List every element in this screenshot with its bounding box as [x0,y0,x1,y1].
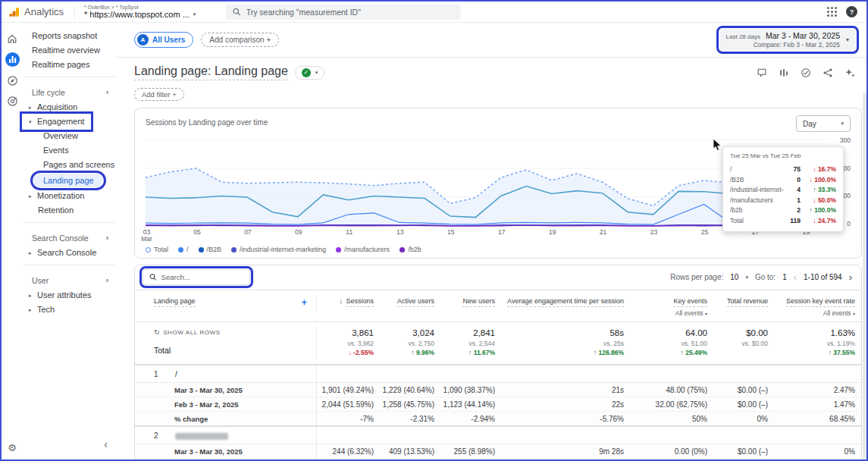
all-users-chip[interactable]: A All Users [134,32,193,48]
x-tick-day: 07 [244,229,251,236]
next-page-icon[interactable]: › [849,271,852,283]
help-icon[interactable]: ? [846,6,857,17]
sidebar-item-search-console[interactable]: Search Console∧ [23,227,115,246]
legend-item-b2b[interactable]: /b2b [400,246,421,253]
column-header-key-events[interactable]: Key eventsAll events ▾ [631,294,715,319]
share-icon[interactable] [823,67,833,78]
account-switcher[interactable]: * OuterBox > * TopSpot * https://www.top… [84,5,196,19]
sidebar-item-overview[interactable]: Overview [23,129,115,143]
top-search-input[interactable] [246,8,455,17]
sidebar-item-engagement[interactable]: ▾Engagement [23,114,90,129]
column-header-average-engagement-time-per-session[interactable]: Average engagement time per session [503,294,631,309]
check-icon: ✓ [302,68,311,77]
tooltip-page-name: /b2b [730,205,784,216]
show-all-rows-button[interactable]: ↻SHOW ALL ROWS [154,328,309,336]
sidebar-item-reports-snapshot[interactable]: Reports snapshot [23,29,115,43]
legend-dot-icon [146,247,151,252]
granularity-value: Day [803,120,816,128]
rows-per-page-value[interactable]: 10 [730,273,738,281]
prev-page-icon[interactable]: ‹ [794,271,797,283]
sidebar-item-search-console[interactable]: ▸Search Console [23,246,115,260]
metric-cell [317,427,381,444]
sidebar-item-realtime-overview[interactable]: Realtime overview [23,43,115,58]
table-row-landing-page[interactable]: 1/ [135,365,861,383]
insights-icon[interactable] [844,67,856,78]
table-search-input[interactable] [161,273,243,281]
analytics-logo-icon[interactable] [9,7,20,17]
sidebar-item-life-cycle[interactable]: Life cycle∧ [23,82,115,100]
metric-selector[interactable]: All events ▾ [631,309,707,317]
metric-cell: 68.45% [776,412,862,426]
table-row-landing-page[interactable]: 2 [135,426,861,444]
legend-item-manufacturers[interactable]: /manufacturers [336,246,390,253]
table-period-row[interactable]: % change-7%-2.31%-2.94%-5.76%50%0%68.45% [135,412,861,426]
date-range-selector[interactable]: Last 28 daysMar 3 - Mar 30, 2025 Compare… [719,29,856,51]
table-period-row[interactable]: Feb 3 - Mar 2, 20252,044 (51.59%)1,258 (… [135,397,861,412]
table-period-row[interactable]: Feb 3 - Mar 2, 2025286 (7.22%)194 (7.05%… [135,459,861,459]
table-period-row[interactable]: Mar 3 - Mar 30, 20251,901 (49.24%)1,229 … [135,383,861,397]
chevron-down-icon[interactable]: ▾ [745,274,748,281]
sort-descending-icon: ↓ [339,297,344,305]
tooltip-change: ↓ 50.0% [801,196,836,206]
chevron-down-icon: ▾ [853,312,855,316]
x-tick-label: 23 [650,229,657,236]
metric-cell: 0% [776,444,862,459]
column-header-new-users[interactable]: New users [442,294,503,309]
admin-gear-icon[interactable]: ⚙ [8,442,17,453]
comparison-bars-icon[interactable] [779,67,789,78]
legend-dot-icon [336,247,341,252]
data-quality-icon[interactable] [801,67,811,78]
top-search[interactable] [226,5,461,20]
sidebar-item-landing-page[interactable]: Landing page [33,174,103,187]
sidebar-item-acquisition[interactable]: ▸Acquisition [23,100,115,114]
sidebar-item-events[interactable]: Events [23,143,115,158]
advertising-icon[interactable] [5,94,19,108]
explore-icon[interactable] [5,74,19,87]
sidebar-item-pages-and-screens[interactable]: Pages and screens [23,158,115,172]
report-status-chip[interactable]: ✓ ▾ [295,66,325,80]
sidebar-item-label: Reports snapshot [32,31,97,40]
sidebar-item-user[interactable]: User∧ [23,270,115,288]
column-header-landing-page[interactable]: Landing page+ [135,294,317,310]
sidebar-item-retention[interactable]: Retention [23,203,115,218]
sidebar-item-tech[interactable]: ▸Tech [23,303,115,317]
scrollbar[interactable] [863,93,866,459]
legend-item-b2b[interactable]: /B2B [199,246,222,253]
legend-dot-icon [231,247,237,252]
x-tick-label: 13 [396,229,403,236]
add-comparison-chip[interactable]: Add comparison + [201,33,279,47]
legend-item-industrial-internet-marketing[interactable]: /industrial-internet-marketing [231,246,326,253]
goto-value[interactable]: 1 [782,273,787,281]
page-title[interactable]: Landing page: Landing page [134,64,288,80]
add-filter-chip[interactable]: Add filter + [134,88,184,101]
granularity-select[interactable]: Day ▾ [796,115,851,132]
sidebar-item-user-attributes[interactable]: ▸User attributes [23,288,115,303]
column-header-wrap: New users [442,296,495,307]
legend-item-[interactable]: / [178,246,189,253]
chart-tooltip: Tue 25 Mar vs Tue 25 Feb /75↓ 16.7%/B2B0… [722,146,844,232]
table-search[interactable] [143,269,250,285]
sidebar-item-label: Realtime overview [32,45,100,55]
apps-grid-icon[interactable] [827,7,837,17]
rows-per-page-label: Rows per page: [670,273,723,281]
home-icon[interactable] [5,32,19,45]
sidebar-item-realtime-pages[interactable]: Realtime pages [23,58,115,72]
metric-selector[interactable]: All events ▾ [776,309,855,317]
table-period-row[interactable]: Mar 3 - Mar 30, 2025244 (6.32%)409 (13.5… [135,444,861,459]
totals-change: ↑ 11.67% [442,349,495,356]
column-header-session-key-event-rate[interactable]: Session key event rateAll events ▾ [776,294,862,319]
sidebar-item-label: Landing page [43,176,94,185]
legend-item-total[interactable]: Total [146,246,168,253]
column-header-sessions[interactable]: ↓ Sessions [317,294,381,309]
x-tick-day: 15 [447,229,454,236]
column-header-active-users[interactable]: Active users [381,294,442,309]
reports-icon[interactable] [5,52,20,67]
chevron-up-icon: ∧ [105,235,109,241]
column-header-wrap: Average engagement time per session [503,296,624,307]
add-dimension-icon[interactable]: + [301,296,307,308]
collapse-nav-icon[interactable]: ‹ [104,438,108,450]
period-label: Feb 3 - Mar 2, 2025 [154,400,238,409]
page-notes-icon[interactable] [757,67,767,78]
sidebar-item-monetization[interactable]: ▸Monetization [23,189,115,203]
column-header-total-revenue[interactable]: Total revenue [715,294,776,309]
